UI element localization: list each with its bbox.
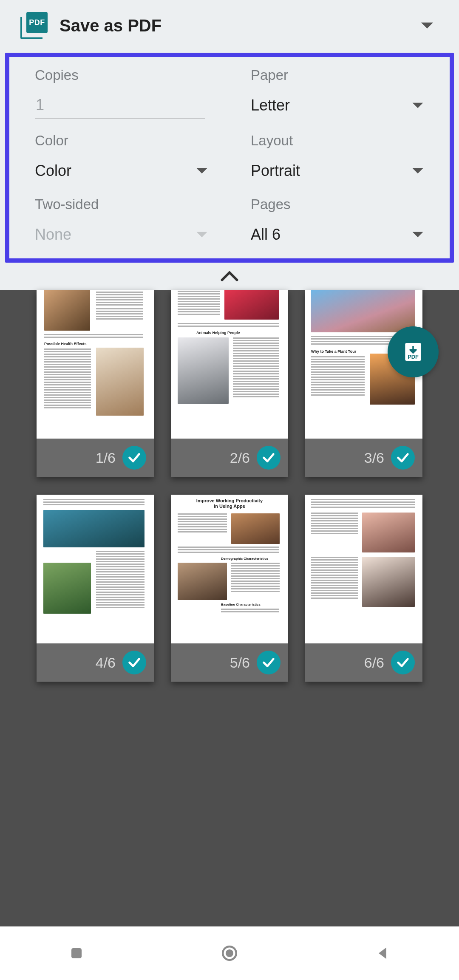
page-heading: Possible Health Effects (44, 342, 87, 346)
svg-rect-2 (71, 948, 82, 958)
page-title-line: Improve Working Productivity (171, 498, 288, 504)
square-icon (69, 946, 84, 961)
page-index: 5/6 (230, 654, 250, 671)
page-index: 4/6 (96, 654, 116, 671)
nav-home-button[interactable] (196, 938, 264, 968)
page-heading: Baseline Characteristics (221, 603, 261, 606)
printer-selector-label: Save as PDF (60, 16, 162, 35)
page-heading: Demographic Characteristics (221, 557, 268, 561)
nav-back-button[interactable] (348, 938, 416, 968)
option-color[interactable]: Color Color (35, 133, 208, 183)
page-heading: Why to Take a Plant Tour (311, 349, 356, 354)
option-pages[interactable]: Pages All 6 (251, 196, 424, 246)
print-options-panel: Copies Paper Letter Color Color Layout (5, 53, 454, 263)
collapse-handle[interactable] (0, 263, 459, 290)
option-label: Copies (35, 67, 208, 83)
option-two-sided: Two-sided None (35, 196, 208, 246)
page-heading: Animals Helping People (196, 331, 240, 335)
chevron-down-icon (411, 167, 424, 175)
page-sheet: Improve Working Productivity in Using Ap… (171, 495, 288, 643)
option-label: Layout (251, 133, 424, 149)
page-preview-grid: Possible Health Effects 1/6 (0, 290, 459, 926)
chevron-down-icon (411, 231, 424, 238)
page-thumbnail[interactable]: Possible Health Effects 1/6 (37, 290, 154, 477)
check-icon[interactable] (391, 446, 415, 470)
system-nav-bar (0, 926, 459, 980)
triangle-left-icon (375, 946, 390, 961)
option-label: Color (35, 133, 208, 149)
page-thumbnail[interactable]: 4/6 (37, 495, 154, 682)
check-icon[interactable] (257, 651, 280, 674)
chevron-up-icon (221, 271, 238, 282)
option-label: Two-sided (35, 196, 208, 212)
page-thumbnail[interactable]: Animals Helping People 2/6 (171, 290, 288, 477)
option-label: Paper (251, 67, 424, 83)
check-icon[interactable] (122, 651, 146, 674)
page-sheet (37, 495, 154, 643)
page-thumbnail[interactable]: Why to Take a Plant Tour 3/6 (305, 290, 422, 477)
pdf-icon: PDF (20, 12, 48, 39)
svg-point-4 (226, 949, 233, 957)
option-layout[interactable]: Layout Portrait (251, 133, 424, 183)
page-index: 2/6 (230, 450, 250, 466)
page-sheet (305, 495, 422, 643)
option-value: Letter (251, 96, 290, 114)
page-title-line: in Using Apps (171, 504, 288, 509)
page-index: 3/6 (364, 450, 384, 466)
svg-text:PDF: PDF (408, 354, 419, 360)
check-icon[interactable] (391, 651, 415, 674)
page-thumbnail[interactable]: 6/6 (305, 495, 422, 682)
circle-icon (221, 944, 238, 962)
option-label: Pages (251, 196, 424, 212)
page-index: 1/6 (96, 450, 116, 466)
option-value: All 6 (251, 226, 280, 244)
printer-selector-row[interactable]: PDF Save as PDF (0, 0, 459, 51)
nav-recents-button[interactable] (42, 938, 110, 968)
page-sheet: Possible Health Effects (37, 290, 154, 439)
option-copies[interactable]: Copies (35, 67, 208, 119)
chevron-down-icon (411, 102, 424, 109)
check-icon[interactable] (122, 446, 146, 470)
page-sheet: Animals Helping People (171, 290, 288, 439)
download-pdf-icon: PDF (401, 340, 425, 364)
option-value: None (35, 226, 71, 244)
option-value: Portrait (251, 162, 300, 180)
page-index: 6/6 (364, 654, 384, 671)
check-icon[interactable] (257, 446, 280, 470)
copies-input[interactable] (35, 93, 205, 119)
chevron-down-icon (196, 231, 208, 238)
page-thumbnail[interactable]: Improve Working Productivity in Using Ap… (171, 495, 288, 682)
chevron-down-icon (196, 167, 208, 175)
option-value: Color (35, 162, 71, 180)
option-paper[interactable]: Paper Letter (251, 67, 424, 119)
save-pdf-fab[interactable]: PDF (388, 326, 439, 377)
chevron-down-icon (420, 21, 434, 30)
